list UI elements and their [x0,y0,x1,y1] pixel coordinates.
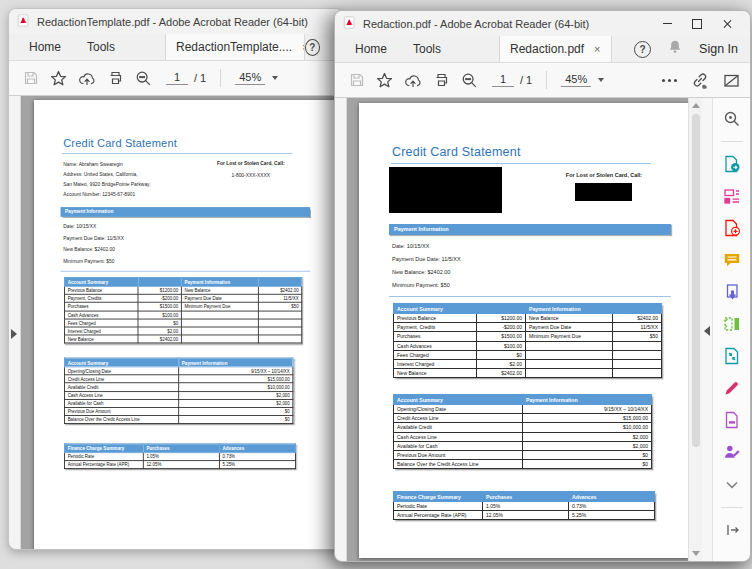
titlebar[interactable]: RedactionTemplate.pdf - Adobe Acrobat Re… [9,9,342,34]
title-rule [391,163,651,164]
close-button[interactable] [712,13,742,35]
table-cell: 11/5/XX [613,323,662,332]
table-row: Previous Due Amount$0 [394,450,652,459]
table-cell: $1200.00 [138,286,181,294]
page-number-input[interactable]: 1 [166,71,188,85]
expand-panel-icon[interactable] [722,520,742,540]
close-tab-icon[interactable]: × [594,43,600,55]
table-header-cell: Purchases [143,444,219,453]
print-button[interactable] [107,70,124,86]
tab-document[interactable]: RedactionTemplate.... × [165,34,305,60]
scroll-up-icon[interactable] [692,103,700,108]
share-cloud-button[interactable] [78,71,96,86]
help-icon[interactable]: ? [305,39,320,56]
table-header-cell: Payment Information [526,304,613,314]
data-table: Finance Charge SummaryPurchasesAdvancesP… [64,443,296,469]
star-favorite-button[interactable] [376,72,393,89]
table-cell: 1.05% [143,453,219,461]
table-cell: Previous Balance [65,286,138,294]
table-cell: Previous Balance [394,314,477,323]
fill-and-sign-icon[interactable] [722,379,742,398]
table-cell: New Balance [394,369,477,378]
help-icon[interactable]: ? [634,41,651,58]
search-button[interactable] [461,72,478,89]
pdf-page: Credit Card Statement Name: Abraham Swea… [34,100,334,549]
table-row: Previous Balance$1200.00New Balance$2402… [65,286,302,294]
request-signatures-icon[interactable] [722,443,742,462]
scroll-down-icon[interactable] [692,551,700,556]
search-documents-icon[interactable] [722,109,742,128]
toolbar-divider [220,69,221,87]
toolbar-divider [546,71,547,89]
tab-document[interactable]: Redaction.pdf × [499,36,612,62]
table-cell: -$200.00 [477,323,526,332]
table-cell: Payment Due Date [181,294,258,302]
table-cell: New Balance [181,286,258,294]
titlebar[interactable]: Redaction.pdf - Adobe Acrobat Reader (64… [335,11,750,36]
table-row: Opening/Closing Date9/15/XX – 10/14/XX [65,367,293,375]
table-cell: $2402.00 [258,286,301,294]
tab-home[interactable]: Home [349,42,393,56]
send-file-email-icon[interactable] [723,73,740,88]
print-button[interactable] [433,72,450,88]
account-summary-table-2: Account SummaryPayment InformationOpenin… [64,358,293,425]
left-panel-strip[interactable] [335,98,347,561]
tab-tools[interactable]: Tools [81,40,121,54]
tab-home[interactable]: Home [23,40,67,54]
search-button[interactable] [135,70,152,87]
table-cell [181,311,258,319]
organize-pages-icon[interactable] [722,315,742,334]
scrollbar-thumb[interactable] [692,114,700,447]
share-link-button[interactable] [691,71,709,89]
more-tools-button[interactable] [662,79,677,82]
save-button[interactable] [349,72,365,88]
table-header-cell [258,277,301,286]
share-cloud-button[interactable] [404,73,422,88]
save-button[interactable] [23,70,39,86]
vertical-scrollbar[interactable] [688,98,702,561]
minimize-button[interactable] [652,13,682,35]
edit-pdf-icon[interactable] [722,186,742,205]
star-favorite-button[interactable] [50,70,67,87]
table-cell [181,335,258,343]
export-pdf-icon[interactable] [722,154,742,173]
table-cell: $50 [613,332,662,341]
zoom-level-input[interactable]: 45% [235,71,265,85]
table-cell: 11/5/XX [258,294,301,302]
page-number-input[interactable]: 1 [492,73,514,87]
table-cell [258,335,301,343]
comment-icon[interactable] [722,250,742,269]
left-panel-strip[interactable] [9,96,21,549]
redact-pdf-icon[interactable] [722,411,742,430]
table-cell: 0.73% [219,453,295,461]
table-cell: Cash Advances [394,341,477,350]
zoom-dropdown-caret-icon[interactable] [598,78,604,82]
maximize-button[interactable] [682,13,712,35]
compress-pdf-icon[interactable] [722,347,742,366]
sign-in-button[interactable]: Sign In [699,42,738,56]
table-cell: Purchases [65,303,138,311]
table-row: Fees Charged$0 [394,350,662,359]
table-cell: Available Credit [65,383,179,391]
table-row: Available for Cash$2,000 [65,399,293,407]
create-pdf-icon[interactable] [722,218,742,237]
expand-right-panel-icon[interactable] [704,326,710,336]
table-row: New Balance$2402.00 [65,335,302,343]
tab-tools[interactable]: Tools [407,42,447,56]
expand-left-panel-icon[interactable] [11,329,17,339]
table-cell: $1500.00 [477,332,526,341]
table-row: Cash Advances$100.00 [65,311,302,319]
combine-files-icon[interactable] [722,282,742,301]
zoom-level-input[interactable]: 45% [561,73,591,87]
notification-bell-icon[interactable] [667,39,683,59]
table-row: Payment, Credits-$200.00Payment Due Date… [65,294,302,302]
lost-card-phone: 1-800-XXX-XXXX [207,173,296,178]
table-cell: 0.73% [569,502,655,511]
zoom-dropdown-caret-icon[interactable] [272,76,278,80]
table-cell: Available for Cash [65,399,179,407]
account-summary-table-1: Account SummaryPayment InformationPrevio… [393,303,662,378]
table-cell: $2,000 [179,399,293,407]
table-cell [258,319,301,327]
more-tools-chevron-icon[interactable] [722,475,742,494]
table-cell: Payment, Credits [65,294,138,302]
